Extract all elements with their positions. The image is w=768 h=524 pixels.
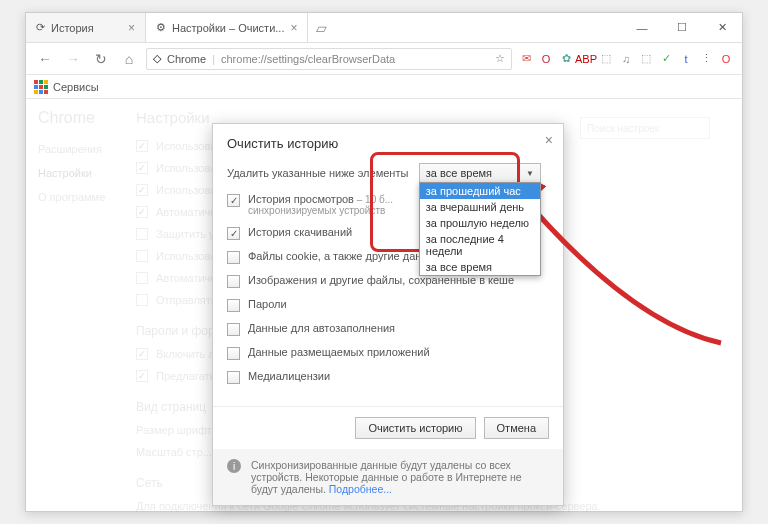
extension-icons: ✉O✿ABP⬚♫⬚✓t⋮O xyxy=(518,51,734,67)
delete-range-label: Удалить указанные ниже элементы xyxy=(227,167,408,179)
extension-icon[interactable]: ABP xyxy=(578,51,594,67)
checkbox[interactable] xyxy=(227,323,240,336)
tab-label: Настройки – Очисти... xyxy=(172,22,284,34)
checkbox[interactable] xyxy=(227,227,240,240)
dialog-close-button[interactable]: × xyxy=(545,132,553,148)
extension-icon[interactable]: ⬚ xyxy=(638,51,654,67)
item-label: История скачиваний xyxy=(248,226,352,238)
chevron-down-icon: ▼ xyxy=(526,169,534,178)
extension-icon[interactable]: ✿ xyxy=(558,51,574,67)
clear-history-button[interactable]: Очистить историю xyxy=(355,417,475,439)
clear-data-item: Данные размещаемых приложений xyxy=(227,346,549,360)
extension-icon[interactable]: ✓ xyxy=(658,51,674,67)
extension-icon[interactable]: ⋮ xyxy=(698,51,714,67)
extension-icon[interactable]: ♫ xyxy=(618,51,634,67)
origin-label: Chrome xyxy=(167,53,206,65)
close-icon[interactable]: × xyxy=(290,21,297,35)
tab-label: История xyxy=(51,22,94,34)
back-button[interactable]: ← xyxy=(34,48,56,70)
apps-icon[interactable] xyxy=(34,80,48,94)
browser-window: ⟳ История × ⚙ Настройки – Очисти... × ▱ … xyxy=(25,12,743,512)
clear-data-item: Пароли xyxy=(227,298,549,312)
forward-button[interactable]: → xyxy=(62,48,84,70)
extension-icon[interactable]: O xyxy=(538,51,554,67)
new-tab-button[interactable]: ▱ xyxy=(308,13,334,42)
time-range-select[interactable]: за все время ▼ xyxy=(419,163,541,183)
extension-icon[interactable]: O xyxy=(718,51,734,67)
address-bar: ← → ↻ ⌂ ◇ Chrome | chrome://settings/cle… xyxy=(26,43,742,75)
dropdown-option[interactable]: за прошедший час xyxy=(420,183,540,199)
window-close-button[interactable]: ✕ xyxy=(702,13,742,42)
clear-data-item: Данные для автозаполнения xyxy=(227,322,549,336)
item-label: Данные размещаемых приложений xyxy=(248,346,430,358)
cancel-button[interactable]: Отмена xyxy=(484,417,549,439)
item-label: Медиалицензии xyxy=(248,370,330,382)
reload-button[interactable]: ↻ xyxy=(90,48,112,70)
extension-icon[interactable]: t xyxy=(678,51,694,67)
time-range-dropdown: за прошедший часза вчерашний деньза прош… xyxy=(419,182,541,276)
item-sublabel: синхронизируемых устройств xyxy=(248,205,393,216)
address-path: chrome://settings/clearBrowserData xyxy=(221,53,395,65)
content-area: Chrome Расширения Настройки О программе … xyxy=(26,99,742,511)
dropdown-option[interactable]: за вчерашний день xyxy=(420,199,540,215)
dropdown-option[interactable]: за прошлую неделю xyxy=(420,215,540,231)
learn-more-link[interactable]: Подробнее... xyxy=(329,483,392,495)
clear-history-dialog: Очистить историю × Удалить указанные ниж… xyxy=(212,123,564,506)
bookmarks-label[interactable]: Сервисы xyxy=(53,81,99,93)
item-label: Данные для автозаполнения xyxy=(248,322,395,334)
item-sublabel: – 10 б... xyxy=(354,194,393,205)
close-icon[interactable]: × xyxy=(128,21,135,35)
select-value: за все время xyxy=(426,167,492,179)
clear-data-item: Изображения и другие файлы, сохраненные … xyxy=(227,274,549,288)
extension-icon[interactable]: ✉ xyxy=(518,51,534,67)
bookmarks-bar: Сервисы xyxy=(26,75,742,99)
checkbox[interactable] xyxy=(227,299,240,312)
item-label: Пароли xyxy=(248,298,287,310)
extension-icon[interactable]: ⬚ xyxy=(598,51,614,67)
maximize-button[interactable]: ☐ xyxy=(662,13,702,42)
clear-data-item: Медиалицензии xyxy=(227,370,549,384)
tab-history[interactable]: ⟳ История × xyxy=(26,13,146,42)
checkbox[interactable] xyxy=(227,347,240,360)
minimize-button[interactable]: — xyxy=(622,13,662,42)
checkbox[interactable] xyxy=(227,371,240,384)
item-label: История просмотров xyxy=(248,193,354,205)
info-icon: i xyxy=(227,459,241,473)
dropdown-option[interactable]: за последние 4 недели xyxy=(420,231,540,259)
gear-icon: ⚙ xyxy=(156,21,166,34)
checkbox[interactable] xyxy=(227,251,240,264)
history-icon: ⟳ xyxy=(36,21,45,34)
checkbox[interactable] xyxy=(227,275,240,288)
titlebar: ⟳ История × ⚙ Настройки – Очисти... × ▱ … xyxy=(26,13,742,43)
home-button[interactable]: ⌂ xyxy=(118,48,140,70)
dropdown-option[interactable]: за все время xyxy=(420,259,540,275)
address-input[interactable]: ◇ Chrome | chrome://settings/clearBrowse… xyxy=(146,48,512,70)
dialog-title: Очистить историю xyxy=(227,136,338,151)
origin-icon: ◇ xyxy=(153,52,161,65)
bookmark-star-icon[interactable]: ☆ xyxy=(495,52,505,65)
checkbox[interactable] xyxy=(227,194,240,207)
sync-note: i Синхронизированные данные будут удален… xyxy=(213,449,563,505)
tab-settings[interactable]: ⚙ Настройки – Очисти... × xyxy=(146,13,308,42)
